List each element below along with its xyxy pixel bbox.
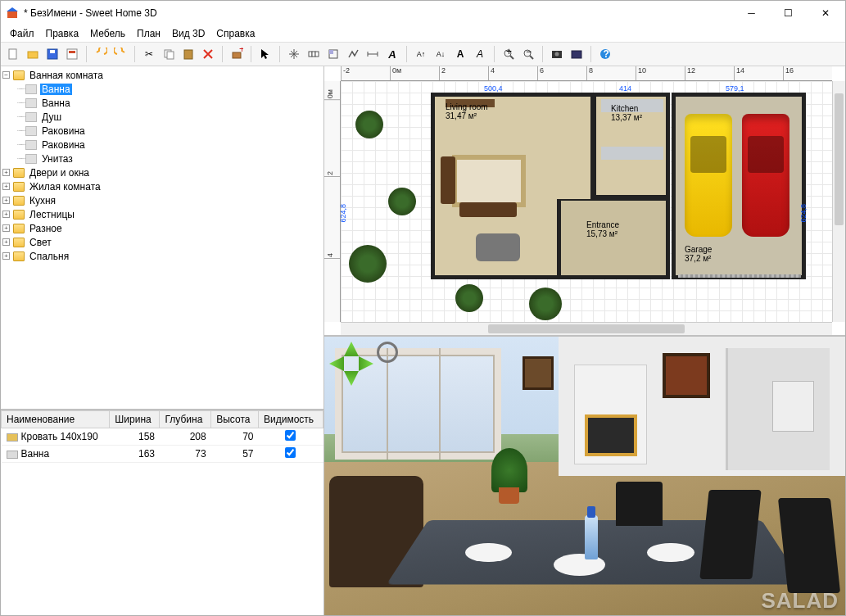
column-header[interactable]: Высота — [211, 411, 259, 428]
nav-up-icon[interactable] — [344, 342, 359, 356]
nav-left-icon[interactable] — [329, 356, 344, 371]
nav-right-icon[interactable] — [359, 356, 373, 371]
sofa-left[interactable] — [441, 156, 455, 204]
add-furniture-button[interactable]: + — [228, 45, 246, 63]
room-label[interactable]: Kitchen13,37 м² — [611, 104, 642, 122]
text-italic-button[interactable]: A — [471, 45, 489, 63]
table-row[interactable]: Ванна1637357 — [2, 446, 323, 463]
plan-2d-view[interactable]: -20м246810121416 0м24 — [324, 66, 845, 337]
svg-rect-9 — [167, 52, 174, 59]
save-button[interactable] — [43, 45, 61, 63]
menu-help[interactable]: Справка — [210, 26, 260, 41]
nav-3d-control[interactable] — [329, 342, 373, 386]
tree-item[interactable]: Ванна — [40, 84, 72, 95]
expand-toggle[interactable]: + — [2, 211, 10, 218]
column-header[interactable]: Глубина — [160, 411, 211, 428]
expand-toggle[interactable]: + — [2, 252, 10, 260]
text-bigger-button[interactable]: A↑ — [412, 45, 430, 63]
create-polyline-tool[interactable] — [344, 45, 362, 63]
zoom-out-button[interactable]: − — [519, 45, 537, 63]
tree-item[interactable]: Раковина — [40, 139, 87, 151]
photo-button[interactable] — [548, 45, 566, 63]
create-text-tool[interactable]: A — [383, 45, 401, 63]
new-file-button[interactable] — [4, 45, 22, 63]
plant[interactable] — [529, 288, 562, 320]
tree-item[interactable]: Душ — [40, 111, 63, 123]
floor-entrance[interactable] — [557, 199, 670, 279]
select-tool[interactable] — [256, 45, 274, 63]
plant[interactable] — [388, 188, 416, 215]
room-label[interactable]: Living room31,47 м² — [446, 102, 488, 120]
video-button[interactable] — [568, 45, 586, 63]
create-walls-tool[interactable] — [305, 45, 323, 63]
tree-item[interactable]: Унитаз — [40, 153, 75, 165]
plan-scrollbar-v[interactable] — [832, 81, 845, 322]
maximize-button[interactable]: ☐ — [770, 2, 807, 25]
menu-file[interactable]: Файл — [4, 26, 40, 41]
folder-icon — [13, 251, 25, 261]
visibility-checkbox[interactable] — [285, 430, 296, 441]
view-3d[interactable]: SALAD — [324, 337, 845, 615]
tree-folder[interactable]: Жилая комната — [28, 181, 102, 192]
column-header[interactable]: Ширина — [110, 411, 160, 428]
plant[interactable] — [349, 245, 387, 283]
text-bold-button[interactable]: A — [451, 45, 469, 63]
svg-rect-16 — [315, 52, 319, 57]
furniture-catalog-tree[interactable]: − Ванная комната ┈┈Ванна┈┈Ванна┈┈Душ┈┈Ра… — [1, 66, 323, 410]
room-label[interactable]: Entrance15,73 м² — [586, 220, 619, 238]
tree-folder[interactable]: Свет — [28, 237, 53, 248]
expand-toggle[interactable]: + — [2, 238, 10, 246]
undo-button[interactable] — [92, 45, 110, 63]
column-header[interactable]: Наименование — [2, 411, 110, 428]
tree-folder[interactable]: Разное — [28, 223, 64, 234]
expand-toggle[interactable]: + — [2, 224, 10, 232]
menu-view3d[interactable]: Вид 3D — [166, 26, 210, 41]
sofa-bottom[interactable] — [459, 202, 517, 217]
rug[interactable] — [452, 155, 526, 207]
menu-furniture[interactable]: Мебель — [84, 26, 131, 41]
redo-button[interactable] — [111, 45, 129, 63]
close-button[interactable]: ✕ — [807, 2, 844, 25]
expand-toggle[interactable]: − — [2, 71, 10, 79]
open-file-button[interactable] — [24, 45, 42, 63]
tree-item[interactable]: Раковина — [40, 125, 87, 137]
text-smaller-button[interactable]: A↓ — [432, 45, 450, 63]
minimize-button[interactable]: ─ — [733, 2, 770, 25]
tree-folder[interactable]: Лестницы — [28, 209, 76, 220]
zoom-in-button[interactable]: + — [500, 45, 518, 63]
plant[interactable] — [455, 284, 483, 312]
tree-folder[interactable]: Двери и окна — [28, 167, 91, 179]
help-button[interactable]: ? — [596, 45, 614, 63]
plant[interactable] — [355, 111, 383, 138]
tree-folder[interactable]: Кухня — [28, 195, 57, 206]
tree-root-label[interactable]: Ванная комната — [28, 70, 105, 81]
expand-toggle[interactable]: + — [2, 197, 10, 204]
nav-rotate-icon[interactable] — [377, 342, 398, 363]
table-row[interactable]: Кровать 140x19015820870 — [2, 428, 323, 446]
nav-down-icon[interactable] — [344, 371, 359, 386]
expand-toggle[interactable]: + — [2, 169, 10, 176]
create-dimension-tool[interactable] — [364, 45, 382, 63]
create-rooms-tool[interactable] — [324, 45, 342, 63]
tree-item[interactable]: Ванна — [40, 97, 72, 109]
expand-toggle[interactable]: + — [2, 183, 10, 190]
room-label[interactable]: Garage37,2 м² — [685, 245, 712, 263]
garage-door[interactable] — [678, 274, 801, 278]
tree-folder[interactable]: Спальня — [28, 251, 70, 262]
plan-scrollbar-h[interactable] — [341, 322, 832, 335]
svg-marker-1 — [7, 7, 18, 11]
car-red[interactable] — [742, 114, 789, 237]
cut-button[interactable]: ✂ — [140, 45, 158, 63]
dining-table[interactable] — [476, 233, 520, 261]
copy-button[interactable] — [160, 45, 178, 63]
kitchen-counter-bottom[interactable] — [601, 147, 663, 160]
menu-edit[interactable]: Правка — [40, 26, 85, 41]
column-header[interactable]: Видимость — [258, 411, 323, 428]
car-yellow[interactable] — [685, 114, 732, 237]
paste-button[interactable] — [179, 45, 197, 63]
delete-button[interactable] — [199, 45, 217, 63]
visibility-checkbox[interactable] — [285, 447, 296, 458]
menu-plan[interactable]: План — [131, 26, 166, 41]
preferences-button[interactable] — [63, 45, 81, 63]
pan-tool[interactable] — [285, 45, 303, 63]
